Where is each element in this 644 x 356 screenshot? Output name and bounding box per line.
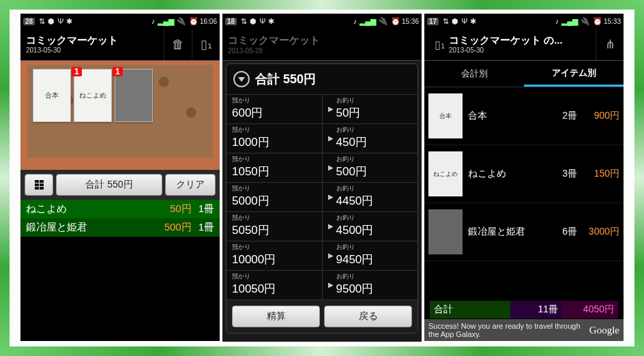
bug-icon: ⬢ — [452, 17, 458, 26]
bug-icon: ⬢ — [48, 17, 55, 26]
change-value: 500円 — [336, 164, 367, 179]
view-mode-button[interactable] — [25, 174, 53, 196]
deposit-label: 預かり — [232, 243, 317, 252]
deposit-value: 5000円 — [232, 193, 317, 209]
summary-item[interactable]: 合本合本2冊900円 — [424, 87, 624, 145]
sync-icon: ⇅ — [39, 17, 45, 26]
sale-line[interactable]: 鍛冶屋と姫君500円1冊 — [20, 218, 220, 237]
deposit-value: 10000円 — [232, 252, 317, 267]
change-row[interactable]: 預かり5050円▶お釣り4500円 — [226, 212, 418, 241]
deposit-value: 1000円 — [232, 134, 317, 150]
status-bar: 18 ⇅ ⬢ Ψ ✱ ♪ ▂▄▆ 🔌 ⏰ 15:36 — [222, 14, 422, 29]
shelf-book[interactable]: 合本 — [33, 69, 71, 122]
line-name: ねこよめ — [26, 203, 148, 216]
status-time: 15:33 — [604, 18, 621, 25]
header-title: コミックマーケット — [26, 35, 164, 46]
control-row: 合計 550円 クリア — [20, 170, 220, 200]
shelf-book[interactable]: ねこよめ1 — [74, 69, 112, 122]
ad-text: Success! Now you are ready to travel thr… — [428, 322, 589, 338]
status-time: 15:36 — [402, 18, 419, 25]
change-value: 4500円 — [336, 222, 374, 238]
change-value: 9450円 — [336, 252, 374, 267]
usb-icon: Ψ — [259, 17, 265, 25]
deposit-value: 10050円 — [232, 281, 317, 297]
deposit-label: 預かり — [232, 184, 317, 193]
total-amount: 4050円 — [562, 301, 618, 318]
change-value: 4450円 — [336, 193, 374, 209]
back-button[interactable]: 戻る — [324, 306, 412, 327]
ad-banner[interactable]: Success! Now you are ready to travel thr… — [424, 319, 624, 341]
line-price: 50円 — [148, 203, 192, 216]
status-bar: 17 ⇅ ⬢ Ψ ✱ ♪ ▂▄▆ 🔌 ⏰ 15:33 — [424, 14, 624, 29]
change-label: お釣り — [336, 272, 374, 281]
vibrate-icon: ♪ — [555, 17, 559, 25]
summary-item[interactable]: 鍛冶屋と姫君6冊3000円 — [424, 203, 624, 261]
notif-badge: 18 — [225, 18, 237, 25]
sale-line[interactable]: ねこよめ50円1冊 — [20, 200, 220, 218]
change-row[interactable]: 預かり1050円▶お釣り500円 — [226, 153, 418, 183]
deposit-label: 預かり — [232, 272, 317, 281]
change-dialog: 合計 550円 預かり600円▶お釣り50円預かり1000円▶お釣り450円預か… — [226, 63, 418, 333]
total-button[interactable]: 合計 550円 — [56, 174, 162, 196]
deposit-label: 預かり — [232, 125, 317, 134]
item-amount: 150円 — [577, 168, 619, 180]
share-icon[interactable]: ⋔ — [596, 29, 624, 60]
border-left — [0, 0, 10, 356]
line-list: ねこよめ50円1冊鍛冶屋と姫君500円1冊 — [20, 200, 220, 237]
line-name: 鍛冶屋と姫君 — [26, 221, 148, 234]
arrow-icon: ▶ — [328, 105, 334, 113]
alarm-icon: ⏰ — [593, 17, 602, 26]
bt-icon: ✱ — [66, 17, 72, 26]
totals-row: 合計 11冊 4050円 — [424, 300, 624, 319]
arrow-icon: ▶ — [328, 281, 334, 288]
trash-icon[interactable]: 🗑 — [164, 29, 192, 60]
batt-icon: 🔌 — [581, 17, 590, 26]
border-bottom — [0, 346, 644, 356]
change-label: お釣り — [336, 155, 367, 164]
bt-icon: ✱ — [470, 17, 476, 26]
item-name: ねこよめ — [468, 168, 544, 180]
line-qty: 1冊 — [199, 203, 214, 216]
tab-by-item[interactable]: アイテム別 — [524, 61, 624, 87]
signal-icon: ▂▄▆ — [360, 17, 376, 26]
change-label: お釣り — [336, 213, 374, 222]
item-name: 鍛冶屋と姫君 — [468, 226, 544, 238]
status-time: 16:06 — [200, 18, 217, 25]
header-date: 2013-05-30 — [449, 46, 596, 54]
notif-badge: 17 — [427, 18, 439, 25]
batt-icon: 🔌 — [379, 17, 388, 26]
phone-summary: 17 ⇅ ⬢ Ψ ✱ ♪ ▂▄▆ 🔌 ⏰ 15:33 ▯₁ コミックマーケット … — [424, 14, 624, 341]
change-row[interactable]: 預かり1000円▶お釣り450円 — [226, 124, 418, 153]
arrow-icon: ▶ — [328, 193, 334, 201]
item-amount: 3000円 — [577, 226, 619, 238]
qty-badge: 1 — [113, 67, 123, 76]
change-row[interactable]: 預かり10000円▶お釣り9450円 — [226, 241, 418, 271]
qty-badge: 1 — [72, 67, 82, 76]
shelf-book[interactable]: 1 — [115, 69, 153, 122]
clear-button[interactable]: クリア — [165, 174, 216, 196]
change-row[interactable]: 預かり5000円▶お釣り4450円 — [226, 183, 418, 212]
vibrate-icon: ♪ — [151, 17, 156, 25]
signal-icon: ▂▄▆ — [561, 17, 578, 26]
bug-icon: ⬢ — [250, 17, 257, 26]
item-thumb: 合本 — [428, 93, 463, 138]
change-row[interactable]: 預かり10050円▶お釣り9500円 — [226, 271, 418, 300]
tag-icon[interactable]: ▯₁ — [192, 29, 220, 60]
usb-icon: Ψ — [57, 17, 63, 25]
chevron-down-icon — [233, 71, 250, 87]
summary-item[interactable]: ねこよめねこよめ3冊150円 — [424, 145, 624, 203]
phone-change-dialog: 18 ⇅ ⬢ Ψ ✱ ♪ ▂▄▆ 🔌 ⏰ 15:36 コミックマーケット 201… — [222, 14, 422, 341]
change-label: お釣り — [336, 243, 374, 252]
arrow-icon: ▶ — [328, 252, 334, 259]
item-amount: 900円 — [577, 110, 619, 122]
deposit-value: 1050円 — [232, 164, 317, 179]
tab-by-checkout[interactable]: 会計別 — [424, 61, 524, 87]
vibrate-icon: ♪ — [353, 17, 357, 25]
dim-date: 2013-05-28 — [228, 47, 320, 55]
alarm-icon: ⏰ — [189, 17, 199, 26]
tag-icon: ▯₁ — [430, 38, 449, 51]
deposit-value: 600円 — [232, 105, 317, 121]
settle-button[interactable]: 精算 — [232, 306, 320, 327]
change-row[interactable]: 預かり600円▶お釣り50円 — [226, 95, 418, 124]
batt-icon: 🔌 — [177, 17, 186, 26]
